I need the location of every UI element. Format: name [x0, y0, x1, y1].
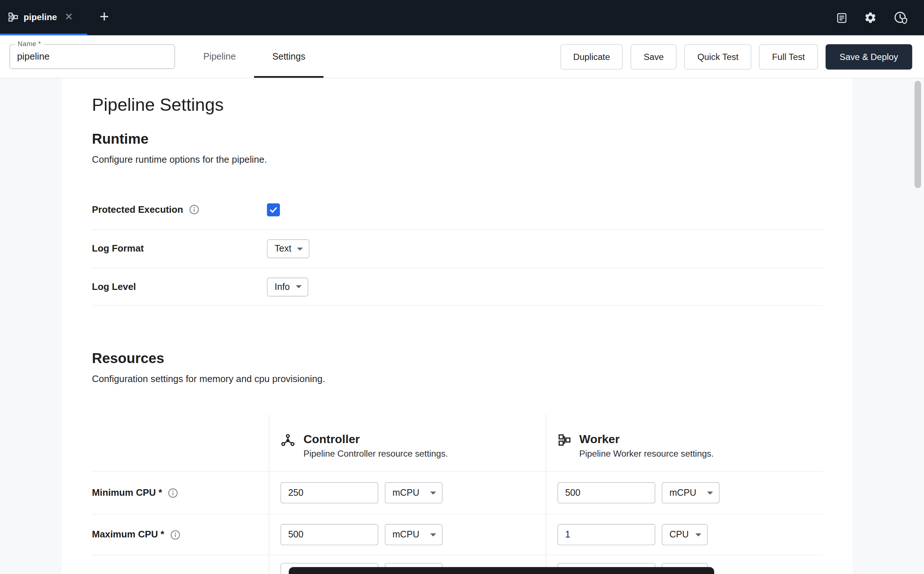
info-icon[interactable] — [188, 204, 200, 215]
controller-header-text: Controller Pipeline Controller resource … — [303, 432, 448, 459]
hub-icon — [280, 433, 295, 448]
worker-cell: CPU — [546, 514, 823, 555]
row-label — [92, 555, 269, 574]
row-label: Minimum CPU * — [92, 472, 269, 514]
runtime-description: Configure runtime options for the pipeli… — [92, 154, 267, 165]
controller-cell: mCPU — [269, 514, 546, 555]
check-icon — [269, 205, 278, 214]
toolbar-buttons: Duplicate Save Quick Test Full Test Save… — [560, 44, 912, 69]
minimum-cpu-worker-unit-select[interactable]: mCPU — [662, 482, 720, 503]
minimum-cpu-label: Minimum CPU * — [92, 487, 162, 498]
worker-title: Worker — [579, 432, 714, 446]
editor-tab-pipeline[interactable]: pipeline ✕ — [0, 0, 87, 35]
full-test-button[interactable]: Full Test — [759, 44, 818, 69]
settings-gear-icon[interactable] — [864, 11, 877, 24]
chevron-down-icon — [297, 247, 303, 250]
form-row-log-format: Log Format Text — [92, 230, 823, 268]
table-row-minimum-cpu: Minimum CPU * mCPU — [92, 472, 823, 515]
runtime-heading: Runtime — [92, 131, 149, 147]
log-format-value: Text — [274, 243, 291, 254]
chevron-down-icon — [707, 491, 713, 494]
resources-heading: Resources — [92, 350, 164, 367]
resources-table-header: Controller Pipeline Controller resource … — [92, 414, 823, 471]
info-icon[interactable] — [170, 529, 181, 540]
protected-execution-checkbox[interactable] — [267, 203, 280, 216]
quick-test-button[interactable]: Quick Test — [685, 44, 751, 69]
top-bar: pipeline ✕ + — [0, 0, 924, 35]
log-level-value: Info — [274, 282, 290, 292]
form-row-protected-execution: Protected Execution — [92, 190, 823, 230]
worker-header-text: Worker Pipeline Worker resource settings… — [579, 432, 714, 459]
pipeline-name-field[interactable]: Name * — [9, 44, 175, 69]
field-label: Log Format — [92, 243, 267, 254]
scrollbar[interactable] — [913, 78, 922, 574]
document-icon[interactable] — [836, 11, 848, 24]
log-level-select[interactable]: Info — [267, 278, 308, 296]
log-format-label: Log Format — [92, 243, 144, 254]
top-bar-actions — [836, 0, 924, 35]
maximum-cpu-worker-input[interactable] — [557, 524, 655, 545]
pipeline-icon — [8, 11, 18, 22]
history-shield-icon[interactable] — [893, 10, 909, 26]
save-deploy-button[interactable]: Save & Deploy — [825, 44, 912, 69]
info-icon[interactable] — [167, 487, 179, 499]
resources-table: Controller Pipeline Controller resource … — [92, 414, 823, 574]
chevron-down-icon — [695, 533, 701, 536]
pipeline-name-input[interactable] — [10, 45, 174, 68]
field-label: Log Level — [92, 282, 267, 292]
bottom-dark-bar — [289, 567, 714, 574]
runtime-form: Protected Execution — [92, 190, 823, 306]
minimum-cpu-controller-unit-select[interactable]: mCPU — [385, 482, 442, 503]
pipeline-icon — [557, 433, 571, 447]
log-format-select[interactable]: Text — [267, 240, 310, 259]
unit-value: mCPU — [670, 487, 697, 498]
worker-subtitle: Pipeline Worker resource settings. — [579, 449, 714, 459]
controller-title: Controller — [303, 432, 448, 446]
new-tab-button[interactable]: + — [95, 0, 114, 34]
duplicate-button[interactable]: Duplicate — [560, 44, 623, 69]
action-toolbar: Name * Pipeline Settings Duplicate Save … — [0, 35, 924, 79]
tab-settings[interactable]: Settings — [254, 35, 323, 78]
maximum-cpu-controller-input[interactable] — [280, 524, 378, 545]
protected-execution-label: Protected Execution — [92, 204, 183, 215]
maximum-cpu-label: Maximum CPU * — [92, 530, 164, 540]
app-window: pipeline ✕ + — [0, 0, 924, 574]
field-control — [267, 203, 280, 216]
worker-column-header: Worker Pipeline Worker resource settings… — [546, 414, 823, 471]
worker-cell: mCPU — [546, 472, 823, 514]
page-title: Pipeline Settings — [92, 95, 224, 115]
close-tab-icon[interactable]: ✕ — [65, 12, 73, 22]
tab-pipeline[interactable]: Pipeline — [185, 35, 254, 78]
table-row-maximum-cpu: Maximum CPU * mCPU — [92, 514, 823, 555]
chevron-down-icon — [430, 533, 436, 536]
controller-cell: mCPU — [269, 472, 546, 514]
scrollbar-thumb[interactable] — [915, 81, 921, 188]
header-spacer — [92, 414, 269, 471]
settings-panel: Pipeline Settings Runtime Configure runt… — [62, 78, 853, 574]
row-label: Maximum CPU * — [92, 514, 269, 555]
chevron-down-icon — [430, 491, 436, 494]
chevron-down-icon — [296, 285, 302, 288]
field-control: Info — [267, 278, 308, 296]
minimum-cpu-controller-input[interactable] — [280, 482, 378, 503]
field-control: Text — [267, 240, 310, 259]
save-button[interactable]: Save — [631, 44, 677, 69]
unit-value: mCPU — [392, 487, 420, 498]
field-label: Protected Execution — [92, 204, 267, 215]
form-row-log-level: Log Level Info — [92, 268, 823, 306]
controller-column-header: Controller Pipeline Controller resource … — [269, 414, 546, 471]
view-tabs: Pipeline Settings — [185, 35, 323, 78]
editor-tab-label: pipeline — [24, 12, 57, 22]
content-area: Pipeline Settings Runtime Configure runt… — [0, 78, 924, 574]
name-field-label: Name * — [15, 40, 44, 47]
minimum-cpu-worker-input[interactable] — [557, 482, 655, 503]
controller-subtitle: Pipeline Controller resource settings. — [303, 449, 448, 459]
maximum-cpu-worker-unit-select[interactable]: CPU — [662, 524, 708, 545]
maximum-cpu-controller-unit-select[interactable]: mCPU — [385, 524, 442, 545]
unit-value: CPU — [670, 530, 689, 540]
log-level-label: Log Level — [92, 282, 136, 292]
resources-description: Configuration settings for memory and cp… — [92, 374, 325, 384]
unit-value: mCPU — [392, 530, 420, 540]
